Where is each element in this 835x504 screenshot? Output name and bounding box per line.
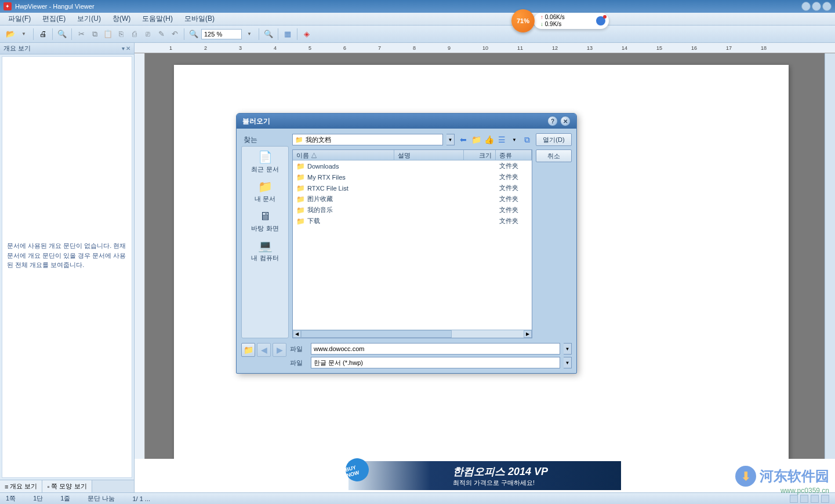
file-row[interactable]: 📁我的音乐文件夹: [293, 204, 532, 216]
horizontal-scrollbar[interactable]: ◀ ▶: [293, 330, 532, 338]
file-row[interactable]: 📁RTXC File List文件夹: [293, 182, 532, 193]
col-desc[interactable]: 설명: [394, 150, 464, 160]
view-mode-button[interactable]: [800, 495, 808, 503]
find-icon[interactable]: 🔍: [56, 28, 68, 40]
places-sidebar: 📄 최근 문서 📁 내 문서 🖥 바탕 화면 💻 내 컴퓨터: [241, 146, 289, 338]
zoom-fit-icon[interactable]: 🔍: [263, 28, 274, 40]
folder-icon: 📁: [296, 184, 305, 192]
cut-icon[interactable]: ✂: [75, 28, 87, 40]
status-page: 1쪽: [6, 494, 16, 503]
open-button[interactable]: 열기(D): [536, 133, 572, 146]
percent-badge: 71%: [511, 9, 535, 32]
folder-icon: 📁: [257, 180, 273, 193]
ruler-mark: 2: [204, 45, 207, 51]
ad-banner[interactable]: BUY NOW 한컴오피스 2014 VP 최적의 가격으로 구매하세요!: [135, 459, 835, 492]
tool-icon[interactable]: ⎚: [142, 28, 154, 40]
place-mydocs[interactable]: 📁 내 문서: [255, 180, 275, 203]
tool-icon[interactable]: ✎: [155, 28, 167, 40]
file-row[interactable]: 📁Downloads文件夹: [293, 160, 532, 171]
zoom-dropdown-icon[interactable]: ▼: [244, 28, 255, 40]
paste-icon[interactable]: 📋: [102, 28, 114, 40]
folder-icon: 📁: [295, 136, 303, 144]
filename-dropdown[interactable]: ▼: [564, 343, 572, 355]
ruler-mark: 18: [761, 45, 767, 51]
close-button[interactable]: [822, 2, 832, 11]
upload-speed: ↑ 0.06K/s: [540, 14, 565, 21]
place-recent[interactable]: 📄 최근 문서: [251, 150, 278, 174]
ruler-mark: 17: [726, 45, 732, 51]
panel-menu-icon[interactable]: ▾: [122, 45, 125, 52]
zoom-out-icon[interactable]: 🔍: [188, 28, 199, 40]
tool-icon[interactable]: ↶: [169, 28, 180, 40]
col-type[interactable]: 종류: [496, 150, 532, 160]
dialog-title-bar[interactable]: 불러오기 ? ✕: [237, 114, 576, 129]
next-button[interactable]: ▶: [273, 343, 286, 357]
file-rows: 📁Downloads文件夹📁My RTX Files文件夹📁RTXC File …: [293, 160, 532, 330]
back-button[interactable]: ⬅: [458, 134, 469, 145]
file-row[interactable]: 📁图片收藏文件夹: [293, 193, 532, 204]
open-icon[interactable]: 📂: [5, 28, 16, 40]
minimize-button[interactable]: [801, 2, 811, 11]
separator: [184, 28, 184, 40]
cancel-button[interactable]: 취소: [536, 149, 572, 162]
panel-header: 개요 보기 ▾ ✕: [0, 43, 134, 54]
help-button[interactable]: ?: [547, 116, 558, 126]
up-button[interactable]: 📁: [471, 134, 481, 145]
prev-button[interactable]: ◀: [257, 343, 271, 357]
ruler-mark: 13: [587, 45, 593, 51]
zoom-input[interactable]: [201, 29, 242, 39]
add-place-button[interactable]: 📁: [241, 343, 255, 357]
app-icon: ✦: [3, 2, 12, 10]
view-button[interactable]: ☰: [496, 134, 507, 145]
network-widget[interactable]: 71% ↑ 0.06K/s ↓ 0.9K/s: [533, 13, 609, 29]
vertical-scrollbar[interactable]: [825, 53, 835, 459]
tab-outline[interactable]: ≡ 개요 보기: [0, 480, 42, 492]
filename-input[interactable]: www.dowocc.com: [311, 343, 560, 355]
location-input[interactable]: 📁 我的文档: [292, 134, 443, 145]
open-dropdown-icon[interactable]: ▼: [18, 28, 30, 40]
maximize-button[interactable]: [812, 2, 821, 11]
print-icon[interactable]: 🖨: [37, 28, 49, 40]
menu-help[interactable]: 도움말(H): [140, 13, 175, 25]
menu-edit[interactable]: 편집(E): [40, 13, 68, 25]
find-label: 찾는: [241, 133, 289, 146]
file-row[interactable]: 📁下载文件夹: [293, 216, 532, 227]
menu-window[interactable]: 창(W): [110, 13, 133, 25]
filter-input[interactable]: 한글 문서 (*.hwp): [311, 357, 560, 368]
new-folder-button[interactable]: 👍: [484, 134, 494, 145]
view-mode-button[interactable]: [790, 495, 798, 503]
view-mode-button[interactable]: [811, 495, 819, 503]
tool-icon[interactable]: ⎘: [115, 28, 127, 40]
panel-title: 개요 보기: [3, 44, 31, 53]
place-computer[interactable]: 💻 내 컴퓨터: [251, 239, 278, 262]
tab-page-layout[interactable]: ▫ 쪽 모양 보기: [42, 480, 92, 492]
location-dropdown[interactable]: ▼: [446, 134, 455, 145]
col-size[interactable]: 크기: [464, 150, 496, 160]
col-name[interactable]: 이름 △: [293, 150, 394, 160]
place-desktop[interactable]: 🖥 바탕 화면: [251, 209, 278, 233]
status-position: 1/ 1 ...: [132, 495, 150, 502]
view-mode-button[interactable]: [821, 495, 829, 503]
status-section: 1단: [33, 494, 43, 503]
view-dropdown[interactable]: ▼: [509, 134, 520, 145]
tool-icon[interactable]: ⎙: [129, 28, 140, 40]
menu-view[interactable]: 보기(U): [75, 13, 103, 25]
status-bar: 1쪽 1단 1줄 문단 나눔 1/ 1 ...: [0, 492, 835, 504]
dialog-close-button[interactable]: ✕: [560, 116, 571, 126]
menu-mobile[interactable]: 모바일(B): [182, 13, 217, 25]
file-row[interactable]: 📁My RTX Files文件夹: [293, 171, 532, 182]
horizontal-ruler[interactable]: 123456789101112131415161718: [135, 43, 835, 53]
vertical-ruler[interactable]: [135, 53, 145, 459]
menu-file[interactable]: 파일(F): [6, 13, 33, 25]
copy-icon[interactable]: ⧉: [89, 28, 100, 40]
filter-dropdown[interactable]: ▼: [564, 357, 572, 368]
copy-button[interactable]: ⧉: [522, 134, 532, 145]
layout-icon[interactable]: ▦: [282, 28, 293, 40]
watermark: ⬇ 河东软件园 www.pc0359.cn: [735, 466, 829, 487]
panel-body: 문서에 사용된 개요 문단이 없습니다. 현재 문서에 개요 문단이 있을 경우…: [2, 56, 132, 478]
dialog-title: 불러오기: [242, 116, 270, 126]
notification-badge[interactable]: [596, 16, 605, 25]
hanword-icon[interactable]: ◈: [301, 28, 313, 40]
panel-close-icon[interactable]: ✕: [126, 45, 130, 52]
buy-now-badge: BUY NOW: [343, 456, 372, 484]
